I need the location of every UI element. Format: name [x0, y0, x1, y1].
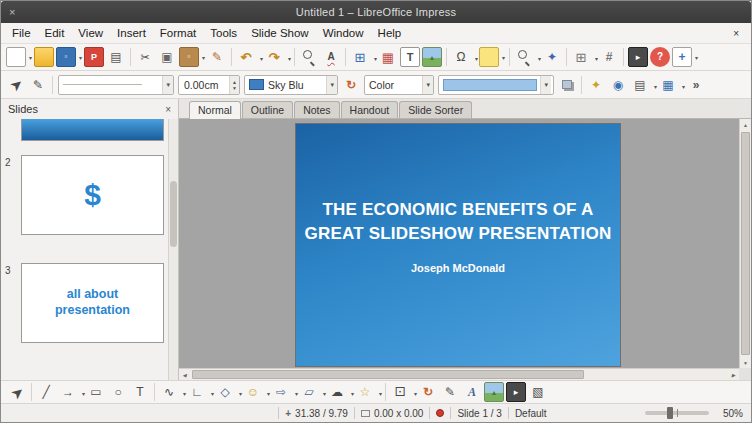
arrow-icon[interactable]: → [58, 382, 78, 402]
slide-title[interactable]: THE ECONOMIC BENEFITS OF A [323, 198, 594, 222]
text-box-icon[interactable]: T [400, 47, 420, 67]
3d-objects-icon[interactable]: ⚀ [390, 382, 410, 402]
slide-title[interactable]: GREAT SLIDESHOW PRESENTATION [305, 222, 612, 246]
toolbar-more-icon[interactable]: » [686, 75, 706, 95]
scrollbar-thumb[interactable] [170, 181, 177, 247]
special-character-icon[interactable]: Ω [451, 47, 471, 67]
print-icon[interactable]: ▤ [106, 47, 126, 67]
stars-icon[interactable]: ☆ [355, 382, 375, 402]
zoom-icon[interactable] [514, 47, 534, 67]
tab-outline[interactable]: Outline [242, 101, 293, 118]
insert-media-icon[interactable]: ▸ [506, 382, 526, 402]
clone-formatting-icon[interactable]: ✎ [207, 47, 227, 67]
tab-normal[interactable]: Normal [189, 101, 241, 119]
tab-slide-sorter[interactable]: Slide Sorter [399, 101, 472, 118]
menu-edit[interactable]: Edit [38, 25, 72, 41]
ellipse-icon[interactable]: ○ [108, 382, 128, 402]
slide-thumbnail-2[interactable]: 2 $ [5, 155, 164, 235]
open-folder-icon[interactable] [34, 47, 54, 67]
slides-panel-close-icon[interactable]: × [165, 104, 171, 115]
edit-points-icon[interactable]: ✎ [440, 382, 460, 402]
dropdown-icon[interactable] [540, 76, 551, 94]
window-close-icon[interactable]: × [9, 1, 15, 23]
cut-icon[interactable]: ✂ [135, 47, 155, 67]
save-icon[interactable]: ▫ [56, 47, 76, 67]
extrusion-icon[interactable]: ▧ [528, 382, 548, 402]
curve-icon[interactable]: ∿ [159, 382, 179, 402]
copy-icon[interactable]: ▣ [157, 47, 177, 67]
scroll-left-icon[interactable] [179, 369, 190, 380]
dropdown-icon[interactable] [326, 76, 337, 94]
rotate2-icon[interactable]: ↻ [418, 382, 438, 402]
paste-icon[interactable]: ▫ [179, 47, 199, 67]
animation-effects-icon[interactable]: ✦ [586, 75, 606, 95]
find-replace-icon[interactable] [299, 47, 319, 67]
scroll-right-icon[interactable] [728, 369, 739, 380]
table-icon[interactable]: ⊞ [350, 47, 370, 67]
display-grid-icon[interactable]: ⊞ [571, 47, 591, 67]
spelling-icon[interactable]: A [321, 47, 341, 67]
slide-thumbnail-image[interactable] [21, 119, 164, 141]
scrollbar-thumb[interactable] [192, 370, 584, 379]
menu-help[interactable]: Help [371, 25, 409, 41]
master-slide-icon[interactable]: ▤ [630, 75, 650, 95]
insert-image2-icon[interactable]: ▲ [484, 382, 504, 402]
zoom-level[interactable]: 50% [715, 408, 743, 419]
slide-canvas[interactable]: THE ECONOMIC BENEFITS OF A GREAT SLIDESH… [295, 123, 621, 367]
shadow-icon[interactable] [557, 75, 577, 95]
slide-thumbnail-3[interactable]: 3 all about presentation [5, 263, 164, 343]
dropdown-icon[interactable] [162, 76, 173, 94]
navigator-icon[interactable]: ✦ [542, 47, 562, 67]
block-arrows-icon[interactable]: ⇨ [271, 382, 291, 402]
line-color-select[interactable]: Sky Blu [244, 75, 338, 95]
menu-file[interactable]: File [5, 25, 38, 41]
connector-icon[interactable]: ∟ [187, 382, 207, 402]
tab-notes[interactable]: Notes [294, 101, 339, 118]
fontwork-icon[interactable]: A [462, 382, 482, 402]
unsaved-changes-indicator[interactable] [430, 409, 450, 417]
select-icon[interactable]: ➤ [7, 382, 27, 402]
display-views-icon[interactable]: ▦ [658, 75, 678, 95]
menu-format[interactable]: Format [153, 25, 203, 41]
slide-thumbnail-image[interactable]: all about presentation [21, 263, 164, 343]
interaction-icon[interactable]: ◉ [608, 75, 628, 95]
area-style-select[interactable]: Color [364, 75, 434, 95]
chart-icon[interactable]: ▦ [378, 47, 398, 67]
rotate-icon[interactable]: ↻ [341, 75, 361, 95]
scroll-down-icon[interactable] [740, 357, 751, 368]
zoom-slider-thumb[interactable] [667, 407, 673, 419]
redo-icon[interactable]: ↷ [264, 47, 284, 67]
new-slide-icon[interactable]: + [672, 47, 692, 67]
object-size[interactable]: 0.00 x 0.00 [355, 408, 429, 419]
select2-icon[interactable]: ➤ [6, 75, 26, 95]
fill-color-select[interactable] [438, 75, 554, 95]
menu-view[interactable]: View [71, 25, 110, 41]
undo-icon[interactable]: ↶ [236, 47, 256, 67]
flowchart-icon[interactable]: ▱ [299, 382, 319, 402]
spinner-arrows-icon[interactable] [229, 76, 239, 94]
slide-thumbnail-image[interactable]: $ [21, 155, 164, 235]
slide-style[interactable]: Default [509, 408, 553, 419]
menu-tools[interactable]: Tools [203, 25, 244, 41]
slide-thumbnail-1[interactable] [5, 119, 164, 141]
text-icon[interactable]: T [130, 382, 150, 402]
vertical-scrollbar[interactable] [739, 119, 751, 368]
cursor-position[interactable]: 31.38 / 9.79 [279, 408, 354, 419]
document-close-icon[interactable]: × [725, 28, 747, 39]
line-icon[interactable]: ╱ [36, 382, 56, 402]
basic-shapes-icon[interactable]: ◇ [215, 382, 235, 402]
dropdown-icon[interactable] [422, 76, 433, 94]
scroll-up-icon[interactable] [740, 119, 751, 130]
new-document-icon[interactable] [6, 47, 26, 67]
menu-insert[interactable]: Insert [110, 25, 153, 41]
insert-image-icon[interactable]: ▲ [422, 47, 442, 67]
help-icon[interactable]: ? [650, 47, 670, 67]
snap-lines-icon[interactable]: # [599, 47, 619, 67]
slides-panel-scrollbar[interactable] [168, 119, 178, 380]
menu-window[interactable]: Window [316, 25, 371, 41]
tab-handout[interactable]: Handout [341, 101, 399, 118]
insert-comment-icon[interactable] [479, 47, 499, 67]
menu-slide-show[interactable]: Slide Show [244, 25, 316, 41]
symbol-shapes-icon[interactable]: ☺ [243, 382, 263, 402]
rectangle-icon[interactable]: ▭ [86, 382, 106, 402]
